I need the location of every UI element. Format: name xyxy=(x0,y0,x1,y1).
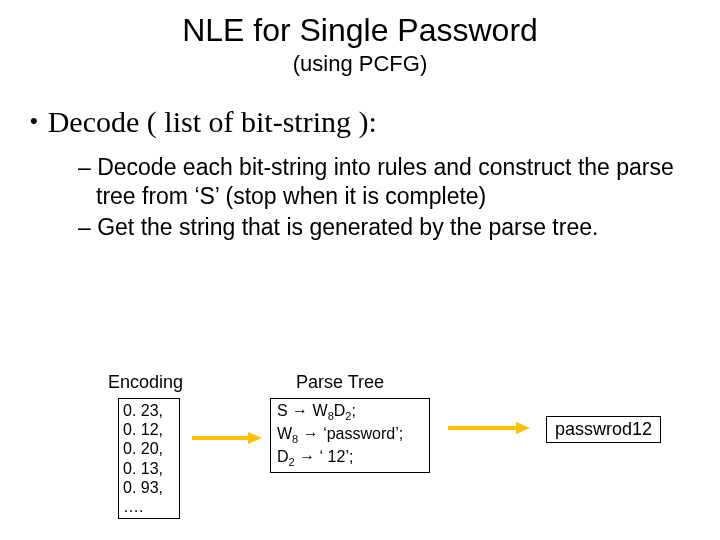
pt2-b: → ‘password’; xyxy=(298,425,403,442)
parse-line-1: S → W8D2; xyxy=(277,401,423,424)
pt1-c: ; xyxy=(351,402,355,419)
pt3-b: → ‘ 12’; xyxy=(295,448,354,465)
sub-bullet-2: – Get the string that is generated by th… xyxy=(78,213,680,242)
svg-marker-3 xyxy=(516,422,530,434)
bullet-item: • Decode ( list of bit-string ): xyxy=(30,105,720,139)
sub-bullet-list: – Decode each bit-string into rules and … xyxy=(78,153,680,241)
slide-title: NLE for Single Password xyxy=(0,12,720,49)
arrow-icon xyxy=(192,430,262,446)
pt2-a: W xyxy=(277,425,292,442)
pt3-a: D xyxy=(277,448,289,465)
parse-line-2: W8 → ‘password’; xyxy=(277,424,423,447)
encoding-label: Encoding xyxy=(108,372,183,393)
result-box: passwrod12 xyxy=(546,416,661,443)
svg-marker-1 xyxy=(248,432,262,444)
arrow-icon xyxy=(448,420,530,436)
pt1-a: S → W xyxy=(277,402,328,419)
bullet-text: Decode ( list of bit-string ): xyxy=(48,105,377,139)
parse-tree-label: Parse Tree xyxy=(296,372,384,393)
pt1-b: D xyxy=(334,402,346,419)
slide-subtitle: (using PCFG) xyxy=(0,51,720,77)
parse-tree-box: S → W8D2; W8 → ‘password’; D2 → ‘ 12’; xyxy=(270,398,430,473)
bullet-dot-icon: • xyxy=(30,105,38,137)
encoding-box: 0. 23, 0. 12, 0. 20, 0. 13, 0. 93, …. xyxy=(118,398,180,519)
sub-bullet-1: – Decode each bit-string into rules and … xyxy=(78,153,680,211)
parse-line-3: D2 → ‘ 12’; xyxy=(277,447,423,470)
